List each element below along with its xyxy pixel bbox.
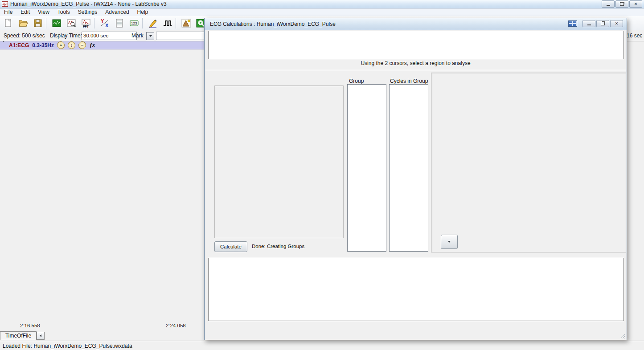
calculate-button[interactable]: Calculate (214, 241, 247, 252)
close-icon[interactable]: ✕ (629, 0, 642, 8)
stimulator-icon[interactable] (161, 17, 174, 29)
menu-item-tools[interactable]: Tools (53, 8, 74, 16)
menu-item-view[interactable]: View (34, 8, 53, 16)
view-chart-icon[interactable] (50, 17, 63, 29)
menu-item-file[interactable]: File (0, 8, 16, 16)
status-text: Loaded File: Human_iWorxDemo_ECG_Pulse.i… (3, 343, 132, 349)
zoom-review-icon[interactable] (65, 17, 78, 29)
average-ecg-plot-panel (431, 73, 626, 252)
tab-strip (213, 76, 344, 86)
axis-tab-scroll-left[interactable] (37, 332, 45, 340)
cursor-instruction: Using the 2 cursors, select a region to … (205, 60, 627, 66)
svg-text:FFT: FFT (83, 25, 89, 28)
separator (205, 70, 626, 71)
autoscale-icon[interactable]: ↕ (68, 41, 75, 49)
display-time-label: Display Time: (50, 33, 82, 39)
menu-item-settings[interactable]: Settings (74, 8, 101, 16)
group-label: Group (349, 78, 364, 84)
dialog-titlebar: ECG Calculations : Human_iWorxDemo_ECG_P… (205, 18, 627, 30)
svg-text:Y: Y (101, 18, 104, 24)
axis-tab-row: TimeOfFile (0, 331, 203, 340)
maximize-glyph (601, 22, 605, 25)
time-axis-right: 2:24.058 (166, 323, 186, 328)
save-icon[interactable] (32, 17, 44, 29)
minimize-glyph (587, 24, 591, 25)
results-table (208, 258, 624, 321)
chevron-down-icon (147, 33, 154, 40)
mark-dropdown[interactable] (146, 32, 154, 40)
new-file-icon[interactable] (2, 17, 15, 29)
svg-text:X: X (105, 23, 109, 28)
menu-item-help[interactable]: Help (133, 8, 152, 16)
display-time-input[interactable]: 30.000 sec (82, 32, 137, 40)
plot-options-dropdown[interactable] (441, 235, 458, 249)
panes-icon[interactable] (568, 20, 577, 27)
settings-panel (214, 85, 344, 238)
ecg-calculations-dialog: ECG Calculations : Human_iWorxDemo_ECG_P… (204, 18, 627, 340)
status-bar: Loaded File: Human_iWorxDemo_ECG_Pulse.i… (0, 341, 644, 350)
chevron-down-icon (448, 241, 451, 243)
dialog-title: ECG Calculations : Human_iWorxDemo_ECG_P… (210, 21, 336, 27)
right-pane-time-fragment: 16 sec (627, 33, 642, 39)
main-titlebar: Human_iWorxDemo_ECG_Pulse - IWX214 - Non… (0, 0, 644, 8)
mark-input[interactable] (156, 32, 206, 40)
marks-pencil-icon[interactable] (147, 17, 159, 29)
toolbar-separator (94, 18, 94, 28)
main-window-buttons: ✕ (601, 0, 642, 8)
collapse-chevron-icon[interactable] (2, 42, 5, 49)
channel-header-a1-ecg: A1:ECG0.3-35Hz+↕−ƒx (0, 41, 204, 49)
function-fx-icon[interactable]: ƒx (90, 42, 95, 49)
cycles-label: Cycles in Group (390, 78, 428, 84)
toolbar-separator (46, 18, 46, 28)
app-logo-icon (2, 1, 8, 7)
group-list[interactable] (347, 84, 386, 252)
average-ecg-plot (431, 73, 625, 251)
resize-grip[interactable] (620, 334, 626, 339)
chevron-left-icon (40, 334, 41, 337)
menu-item-advanced[interactable]: Advanced (101, 8, 133, 16)
fft-icon[interactable]: FFT (80, 17, 92, 29)
counters-icon[interactable]: 123 (128, 17, 140, 29)
calc-status-text: Done: Creating Groups (252, 244, 304, 249)
zoom-out-icon[interactable]: − (78, 41, 86, 49)
minimize-glyph (607, 5, 610, 6)
channel-subtitle: 0.3-35Hz (32, 42, 54, 49)
dialog-maximize-icon[interactable] (596, 20, 609, 27)
autoscale-single-icon[interactable] (180, 17, 193, 29)
channel-name: A1:ECG (9, 42, 29, 49)
minimize-icon[interactable] (602, 0, 615, 8)
restore-icon[interactable] (615, 0, 628, 8)
xy-view-icon[interactable]: YX (98, 17, 111, 29)
dialog-minimize-icon[interactable] (582, 20, 595, 27)
open-file-icon[interactable] (17, 17, 29, 29)
menu-item-edit[interactable]: Edit (16, 8, 34, 16)
speed-label: Speed: 500 s/sec (4, 33, 45, 39)
toolbar-separator (142, 18, 143, 28)
cycles-in-group-list[interactable] (389, 84, 428, 252)
dialog-close-icon[interactable]: ✕ (610, 20, 623, 27)
tab-timeoffile[interactable]: TimeOfFile (0, 331, 37, 340)
time-axis-left: 2:16.558 (20, 323, 40, 328)
journal-icon[interactable] (113, 17, 126, 29)
mark-label: Mark (131, 33, 144, 39)
zoom-in-icon[interactable]: + (57, 41, 65, 49)
window-title: Human_iWorxDemo_ECG_Pulse - IWX214 - Non… (10, 1, 167, 7)
toolbar-separator (176, 18, 176, 28)
ecg-overview-strip[interactable] (208, 31, 624, 59)
restore-glyph (620, 2, 624, 6)
screen: Human_iWorxDemo_ECG_Pulse - IWX214 - Non… (0, 0, 644, 350)
menu-bar: FileEditViewToolsSettingsAdvancedHelp (0, 8, 644, 16)
svg-text:123: 123 (131, 21, 137, 25)
